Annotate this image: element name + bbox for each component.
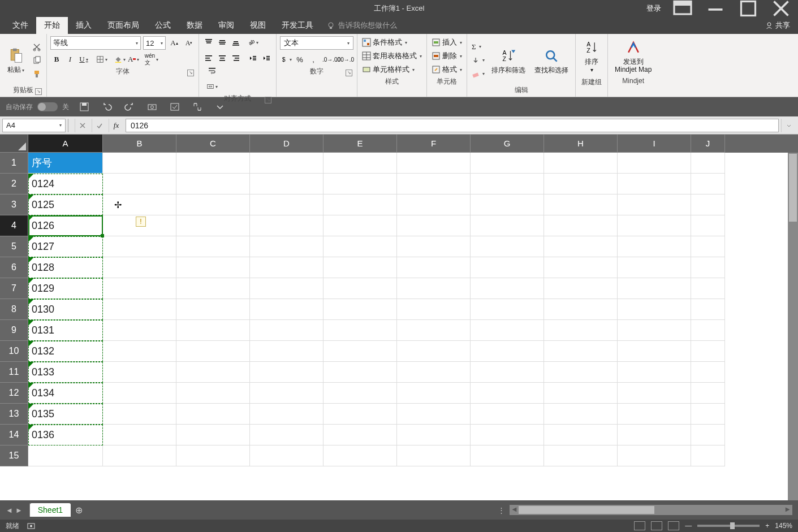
cell-G3[interactable]	[471, 194, 544, 215]
sheet-nav-next[interactable]: ►	[15, 506, 23, 514]
row-header-5[interactable]: 5	[0, 236, 28, 257]
send-to-mindjet-button[interactable]: 发送到 Mindjet Map	[611, 36, 655, 76]
ribbon-display-options-button[interactable]	[671, 0, 694, 17]
alignment-launcher[interactable]: ↘	[265, 97, 271, 103]
cell-G13[interactable]	[471, 404, 544, 425]
cancel-formula-button[interactable]	[75, 119, 89, 132]
decrease-decimal-button[interactable]: .00→.0	[339, 53, 351, 66]
cell-C11[interactable]	[176, 362, 250, 383]
cell-H4[interactable]	[544, 215, 618, 236]
row-header-7[interactable]: 7	[0, 278, 28, 299]
cell-D1[interactable]	[250, 153, 323, 174]
align-top-button[interactable]	[202, 36, 215, 49]
cell-H8[interactable]	[544, 299, 618, 320]
cell-styles-button[interactable]: 单元格样式▾	[361, 63, 423, 76]
cell-I4[interactable]	[618, 215, 691, 236]
cell-D2[interactable]	[250, 174, 323, 194]
cell-A10[interactable]: 0132	[28, 341, 103, 362]
column-header-D[interactable]: D	[250, 135, 323, 153]
cell-C5[interactable]	[176, 236, 250, 257]
cell-C3[interactable]	[176, 194, 250, 215]
wrap-text-button[interactable]	[206, 64, 218, 77]
horizontal-scrollbar[interactable]: ◄ ►	[510, 505, 792, 515]
worksheet-grid[interactable]: ABCDEFGHIJ 1序号2012430125✢40126!501276012…	[0, 135, 798, 500]
font-size-select[interactable]: 12▾	[143, 36, 166, 50]
cell-I3[interactable]	[618, 194, 691, 215]
tell-me-search[interactable]: 告诉我你想做什么	[321, 17, 403, 34]
cell-C12[interactable]	[176, 383, 250, 404]
cell-D8[interactable]	[250, 299, 323, 320]
cell-A14[interactable]: 0136	[28, 425, 103, 446]
column-header-A[interactable]: A	[28, 135, 103, 153]
cell-F7[interactable]	[397, 278, 471, 299]
undo-button[interactable]	[100, 100, 114, 114]
cell-I11[interactable]	[618, 362, 691, 383]
cell-G11[interactable]	[471, 362, 544, 383]
cell-I15[interactable]	[618, 446, 691, 466]
borders-button[interactable]: ▾	[96, 53, 108, 66]
cell-B12[interactable]	[103, 383, 176, 404]
format-as-table-button[interactable]: 套用表格格式▾	[361, 50, 423, 62]
cell-J13[interactable]	[691, 404, 725, 425]
column-header-I[interactable]: I	[618, 135, 691, 153]
login-button[interactable]: 登录	[646, 3, 661, 14]
cell-J9[interactable]	[691, 320, 725, 341]
italic-button[interactable]: I	[64, 53, 76, 66]
cell-I9[interactable]	[618, 320, 691, 341]
cell-H3[interactable]	[544, 194, 618, 215]
camera-button[interactable]	[145, 100, 159, 114]
name-box[interactable]: A4▾	[2, 119, 66, 132]
cell-J11[interactable]	[691, 362, 725, 383]
save-button[interactable]	[77, 100, 92, 114]
row-header-4[interactable]: 4	[0, 215, 28, 236]
copy-button[interactable]	[31, 54, 43, 67]
column-header-J[interactable]: J	[691, 135, 725, 153]
cell-G12[interactable]	[471, 383, 544, 404]
cell-C2[interactable]	[176, 174, 250, 194]
cell-G10[interactable]	[471, 341, 544, 362]
cell-D10[interactable]	[250, 341, 323, 362]
cell-D14[interactable]	[250, 425, 323, 446]
cell-J10[interactable]	[691, 341, 725, 362]
cell-G1[interactable]	[471, 153, 544, 174]
zoom-in-button[interactable]: +	[765, 522, 769, 530]
cell-F4[interactable]	[397, 215, 471, 236]
zoom-level[interactable]: 145%	[775, 522, 792, 530]
cell-F15[interactable]	[397, 446, 471, 466]
fill-button[interactable]: ▾	[471, 54, 486, 67]
cell-D15[interactable]	[250, 446, 323, 466]
macro-recording-icon[interactable]	[27, 522, 35, 530]
error-smart-tag[interactable]: !	[136, 217, 146, 227]
cell-F10[interactable]	[397, 341, 471, 362]
cell-G2[interactable]	[471, 174, 544, 194]
add-sheet-button[interactable]: ⊕	[71, 503, 87, 517]
cell-A3[interactable]: 0125✢	[28, 194, 103, 215]
column-header-E[interactable]: E	[323, 135, 397, 153]
redo-button[interactable]	[122, 100, 137, 114]
cell-H10[interactable]	[544, 341, 618, 362]
delete-cells-button[interactable]: 删除▾	[430, 50, 463, 62]
bold-button[interactable]: B	[50, 53, 63, 66]
cell-A13[interactable]: 0135	[28, 404, 103, 425]
cell-J15[interactable]	[691, 446, 725, 466]
cell-F6[interactable]	[397, 257, 471, 278]
cell-G15[interactable]	[471, 446, 544, 466]
cell-A1[interactable]: 序号	[28, 153, 103, 174]
font-launcher[interactable]: ↘	[187, 70, 194, 76]
close-button[interactable]	[770, 0, 792, 17]
cell-B8[interactable]	[103, 299, 176, 320]
number-launcher[interactable]: ↘	[346, 70, 352, 76]
cell-E13[interactable]	[323, 404, 397, 425]
cell-A8[interactable]: 0130	[28, 299, 103, 320]
cell-I12[interactable]	[618, 383, 691, 404]
underline-button[interactable]: U▾	[77, 53, 90, 66]
cell-B9[interactable]	[103, 320, 176, 341]
column-header-C[interactable]: C	[176, 135, 250, 153]
cell-J14[interactable]	[691, 425, 725, 446]
column-header-H[interactable]: H	[544, 135, 618, 153]
row-header-6[interactable]: 6	[0, 257, 28, 278]
cell-A4[interactable]: 0126!	[28, 215, 103, 236]
cell-E15[interactable]	[323, 446, 397, 466]
cell-C4[interactable]	[176, 215, 250, 236]
cell-E8[interactable]	[323, 299, 397, 320]
